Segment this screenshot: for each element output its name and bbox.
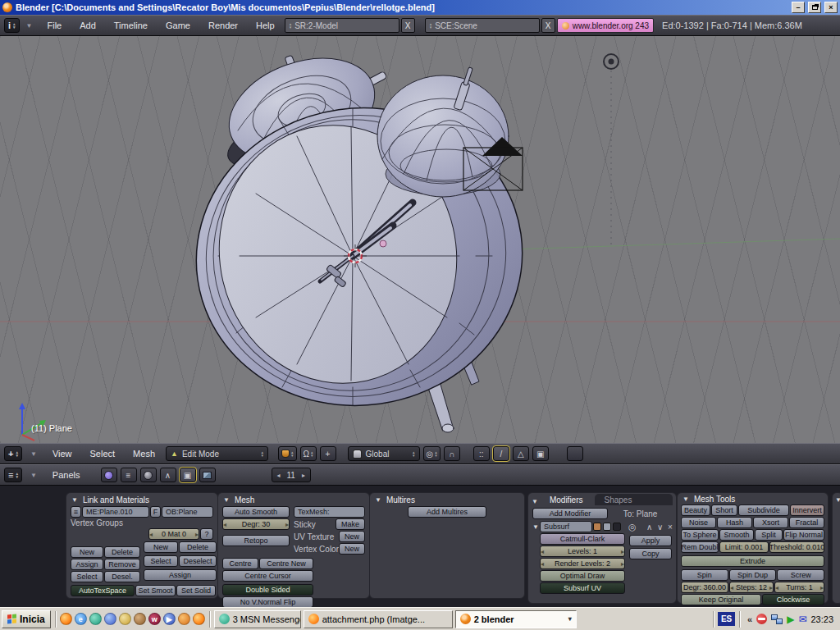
material-help-button[interactable]: ?: [200, 528, 213, 540]
collapse-tray-button[interactable]: «: [747, 614, 752, 624]
rem-doubles-button[interactable]: Rem Doubl: [681, 541, 719, 553]
panel-collapse-icon[interactable]: ▼: [30, 472, 37, 479]
texmesh-field[interactable]: TexMesh:: [294, 506, 365, 518]
set-solid-button[interactable]: Set Solid: [176, 585, 216, 596]
vgroup-remove-button[interactable]: Remove: [104, 559, 140, 570]
firefox-icon[interactable]: [60, 613, 72, 625]
msn-messenger-icon[interactable]: [89, 613, 102, 625]
script-context-button[interactable]: ≡: [121, 468, 137, 482]
panel-collapse-icon[interactable]: ▼: [835, 496, 840, 504]
add-modifier-button[interactable]: Add Modifier: [532, 508, 608, 519]
snap-button[interactable]: ∩: [444, 446, 460, 461]
copy-modifier-button[interactable]: Copy: [629, 548, 672, 559]
vertex-select-button[interactable]: ::: [473, 446, 490, 461]
render-toggle-icon[interactable]: [593, 523, 601, 531]
network-icon[interactable]: [771, 614, 783, 624]
scene-context-button[interactable]: [199, 468, 216, 482]
restore-button[interactable]: [808, 2, 821, 13]
limit-spinner[interactable]: Limit: 0.001: [719, 541, 769, 553]
degr-spinner[interactable]: Degr: 30: [222, 518, 290, 530]
menu-timeline[interactable]: Timeline: [106, 21, 156, 30]
material-index-spinner[interactable]: 0 Mat 0: [148, 528, 199, 540]
hash-button[interactable]: Hash: [717, 517, 752, 528]
screen-selector[interactable]: ▴▾ SR:2-Model: [285, 18, 399, 33]
menu-panels[interactable]: Panels: [45, 470, 88, 480]
blender-org-link[interactable]: www.blender.org 243: [557, 18, 654, 33]
object-name-field[interactable]: OB:Plane: [162, 506, 213, 518]
realtime-toggle-icon[interactable]: [603, 523, 611, 531]
alarm-clock-mesh[interactable]: [177, 39, 542, 432]
clockwise-toggle[interactable]: Clockwise: [762, 594, 824, 605]
scene-selector[interactable]: ▴▾ SCE:Scene: [425, 18, 540, 33]
spin-dup-button[interactable]: Spin Dup: [729, 569, 777, 581]
fractal-button[interactable]: Fractal: [789, 517, 824, 528]
left-arrow-icon[interactable]: ◂: [277, 472, 281, 479]
frame-number-spinner[interactable]: ◂ 11 ▸: [272, 468, 311, 482]
steps-spinner[interactable]: Steps: 12: [729, 582, 774, 593]
material-select-button[interactable]: Select: [144, 555, 178, 567]
vgroup-new-button[interactable]: New: [71, 546, 103, 558]
subdivide-button[interactable]: Subdivide: [738, 504, 789, 516]
thunderbird-icon[interactable]: [178, 613, 190, 625]
subdivision-type-dropdown[interactable]: Catmull-Clark: [540, 533, 625, 545]
panel-collapse-icon[interactable]: ▼: [375, 496, 381, 504]
proportional-edit-selector[interactable]: ◎ ▴▾: [423, 446, 441, 461]
manipulator-button[interactable]: +: [320, 446, 336, 461]
beauty-toggle[interactable]: Beauty: [681, 504, 710, 516]
panel-collapse-icon[interactable]: ▼: [71, 496, 78, 504]
material-delete-button[interactable]: Delete: [179, 541, 217, 553]
move-up-button[interactable]: ∧: [646, 523, 656, 532]
screw-button[interactable]: Screw: [777, 569, 824, 581]
close-button[interactable]: ×: [824, 2, 838, 13]
scene-delete-button[interactable]: X: [541, 18, 555, 33]
task-blender[interactable]: 2 blender ▾: [455, 610, 577, 628]
panel-collapse-icon[interactable]: ▼: [682, 495, 689, 503]
panel-collapse-icon[interactable]: ▼: [30, 450, 37, 458]
auto-smooth-toggle[interactable]: Auto Smooth: [222, 506, 290, 518]
mode-selector[interactable]: ▲ Edit Mode ▴▾: [166, 446, 268, 461]
mail-icon[interactable]: ✉: [798, 614, 806, 625]
panel-collapse-icon[interactable]: ▼: [532, 498, 538, 505]
flip-normal-button[interactable]: Flip Normal: [783, 529, 824, 541]
object-context-button[interactable]: ∧: [160, 468, 176, 482]
split-button[interactable]: Split: [755, 529, 783, 541]
mesh-name-field[interactable]: ME:Plane.010: [82, 506, 149, 518]
material-assign-button[interactable]: Assign: [144, 569, 217, 581]
extrude-button[interactable]: Extrude: [681, 555, 824, 567]
modifier-name-field[interactable]: Subsurf: [540, 521, 592, 532]
task-firefox-attachment[interactable]: attachment.php (Imatge...: [304, 610, 453, 628]
optimal-draw-toggle[interactable]: Optimal Draw: [540, 570, 625, 582]
start-button[interactable]: Inicia: [2, 610, 51, 628]
cage-toggle-icon[interactable]: ◎: [628, 522, 640, 532]
tab-shapes[interactable]: Shapes: [595, 494, 673, 505]
turns-spinner[interactable]: Turns: 1: [774, 582, 824, 593]
editor-type-button[interactable]: ≡ ▴▾: [4, 468, 22, 482]
draw-mode-selector[interactable]: ▴▾: [278, 446, 297, 461]
logic-context-button[interactable]: [101, 468, 117, 482]
editor-type-button[interactable]: + ▴▾: [4, 446, 22, 461]
noise-button[interactable]: Noise: [681, 517, 716, 528]
render-preview-button[interactable]: [567, 446, 583, 461]
pivot-selector[interactable]: Ω ▴▾: [300, 446, 317, 461]
menu-mesh[interactable]: Mesh: [126, 449, 162, 459]
keep-original-toggle[interactable]: Keep Original: [681, 594, 761, 605]
task-msn-messenger[interactable]: 3 MSN Messenger ▾: [214, 610, 301, 628]
material-deselect-button[interactable]: Deselect: [179, 555, 217, 567]
internet-explorer-icon[interactable]: e: [75, 613, 87, 625]
to-sphere-button[interactable]: To Sphere: [681, 529, 719, 541]
msn-status-icon[interactable]: [756, 614, 767, 624]
media-player-icon[interactable]: ▶: [163, 613, 176, 625]
vgroup-assign-button[interactable]: Assign: [71, 559, 103, 570]
vgroup-deselect-button[interactable]: Desel.: [104, 571, 140, 582]
short-toggle[interactable]: Short: [711, 504, 737, 516]
3d-viewport[interactable]: (11) Plane: [0, 36, 840, 443]
menu-select[interactable]: Select: [83, 449, 123, 459]
edge-select-button[interactable]: /: [493, 446, 509, 461]
panel-collapse-icon[interactable]: ▼: [26, 22, 33, 30]
material-new-button[interactable]: New: [144, 541, 178, 553]
face-select-button[interactable]: △: [513, 446, 529, 461]
menu-render[interactable]: Render: [200, 21, 246, 30]
apply-modifier-button[interactable]: Apply: [629, 535, 672, 546]
right-arrow-icon[interactable]: ▸: [302, 472, 305, 479]
autotexspace-toggle[interactable]: AutoTexSpace: [71, 585, 135, 596]
